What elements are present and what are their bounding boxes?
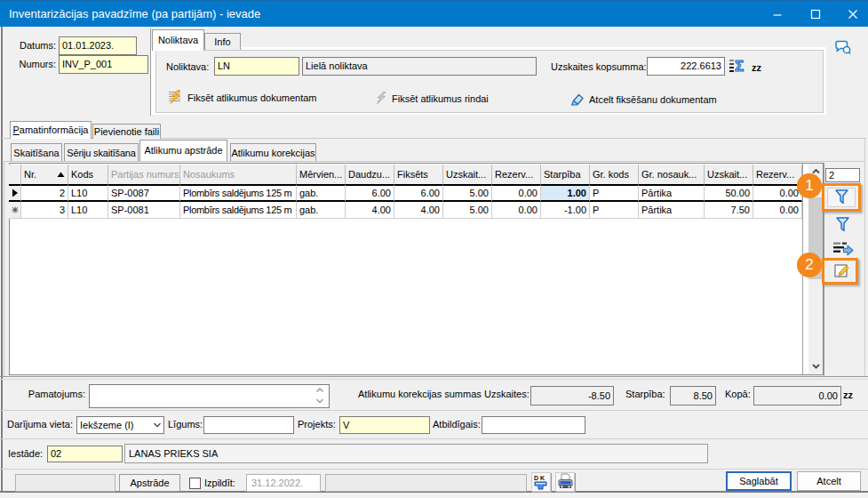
svg-text:D K: D K bbox=[534, 475, 545, 481]
svg-text:Σ: Σ bbox=[735, 58, 744, 75]
